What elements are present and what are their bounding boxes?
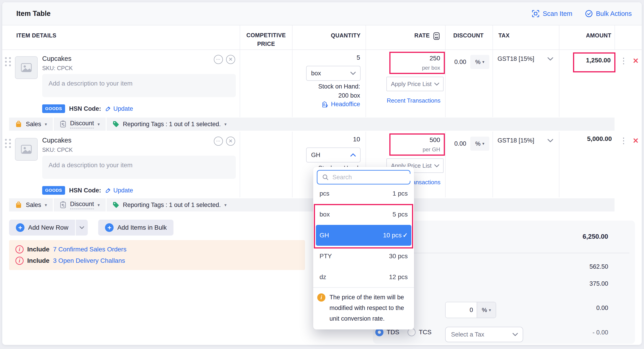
amount-value: 1,250.00 [586,57,611,71]
include-label: Include [27,257,50,264]
hsn-update-link[interactable]: Update [105,187,133,194]
include-sales-orders-notice: i Include 7 Confirmed Sales Orders [16,245,299,253]
calculator-icon[interactable] [433,32,440,40]
unit-option-conversion: 12 pcs [389,273,408,281]
scan-icon [532,10,540,18]
scan-item-label: Scan Item [543,10,572,18]
rate-cell: 250 per box Apply Price List Recent Tran… [366,50,445,117]
unit-option-dz[interactable]: dz 12 pcs [313,267,414,287]
column-rate-label: RATE [414,32,430,39]
add-new-row-caret-button[interactable] [75,220,88,235]
adjustment-input[interactable] [446,302,477,318]
dropdown-divider [313,287,414,288]
item-details-cell: Cupcakes SKU: CPCK ··· ✕ GOODS HSN Code:… [2,132,240,197]
summary-divider [378,253,630,253]
item-clear-icon[interactable]: ✕ [226,137,235,146]
sub-total-value: 6,250.00 [582,233,608,240]
unit-conversion-dropdown: pcs 1 pcs box 5 pcs GH 10 pcs ✓ PTY 30 p… [313,167,414,329]
row-menu-icon[interactable]: ⋮ [620,55,628,67]
sales-account-select[interactable]: Sales ▾ [9,198,53,211]
tcs-label: TCS [419,328,432,336]
unit-option-conversion: 1 pcs [392,190,408,197]
unit-option-pty[interactable]: PTY 30 pcs [313,246,414,267]
add-items-in-bulk-label: Add Items in Bulk [117,224,167,231]
unit-option-label: pcs [320,190,330,197]
adjustment-amount: 0.00 [596,304,608,311]
item-description-input[interactable] [42,74,236,97]
table-footer-actions: + Add New Row + Add Items in Bulk [9,220,174,235]
item-image-placeholder[interactable] [15,56,38,79]
search-icon [322,174,329,181]
rate-input[interactable]: 500 [430,136,440,144]
hsn-update-link[interactable]: Update [105,105,133,112]
unit-option-pcs[interactable]: pcs 1 pcs [313,183,414,204]
discount-tag-select[interactable]: Discount ▾ [54,198,106,211]
recent-transactions-link[interactable]: Recent Transactions [382,97,445,104]
warehouse-link[interactable]: Headoffice [322,101,360,108]
unit-option-gh-selected[interactable]: GH 10 pcs ✓ [316,225,411,246]
unit-select-open[interactable]: GH [306,148,360,162]
tax-select-value: GST18 [15%] [498,55,534,62]
item-more-icon[interactable]: ··· [214,55,223,64]
reporting-tags-select[interactable]: Reporting Tags : 1 out of 1 selected. ▾ [106,118,232,131]
row-delete-icon[interactable]: ✕ [633,57,639,65]
rate-input[interactable]: 250 [430,55,440,62]
apply-price-list-select[interactable]: Apply Price List [386,77,444,91]
open-delivery-challans-link[interactable]: 3 Open Delivery Challans [53,257,125,264]
discount-cell: 0.00 % ▾ [445,50,492,117]
adjustment-unit-select[interactable]: % ▾ [477,302,496,318]
check-circle-icon [585,10,593,18]
drag-handle-icon[interactable] [5,139,11,148]
discount-tag-select[interactable]: Discount ▾ [54,118,106,131]
rate-annotation-box: 250 per box [389,52,445,74]
item-clear-icon[interactable]: ✕ [226,55,235,64]
row-menu-icon[interactable]: ⋮ [620,135,628,147]
item-name[interactable]: Cupcakes [42,137,72,144]
drag-handle-icon[interactable] [5,57,11,66]
unit-option-label: box [320,211,330,218]
info-icon: i [16,257,24,265]
briefcase-icon [15,201,22,209]
item-image-placeholder[interactable] [15,138,38,161]
unit-option-label: GH [320,232,329,239]
item-row-icons: ··· ✕ [214,137,235,146]
competitive-price-cell [240,132,292,197]
quantity-value[interactable]: 5 [356,54,360,61]
select-a-tax-dropdown[interactable]: Select a Tax [445,327,523,342]
discount-unit-select[interactable]: % ▾ [470,137,489,151]
search-input[interactable] [332,174,413,181]
row-delete-icon[interactable]: ✕ [633,136,639,145]
competitive-price-cell [240,50,292,117]
pencil-icon [105,106,111,112]
percent-clipboard-icon [60,201,66,209]
item-name[interactable]: Cupcakes [42,55,72,62]
bulk-actions-button[interactable]: Bulk Actions [585,10,632,18]
item-more-icon[interactable]: ··· [214,137,223,146]
reporting-tags-select[interactable]: Reporting Tags : 1 out of 1 selected. ▾ [106,198,232,211]
unit-option-box[interactable]: box 5 pcs [313,204,414,225]
tax-select[interactable]: GST18 [15%] [498,137,554,144]
unit-select[interactable]: box [306,66,360,81]
chevron-down-icon [350,72,356,75]
caret-down-icon: ▾ [98,202,100,208]
tax-select[interactable]: GST18 [15%] [498,55,554,62]
caret-down-icon: ▾ [98,122,100,127]
discount-input[interactable]: 0.00 [454,140,466,147]
rate-annotation-box: 500 per GH [389,133,445,156]
adjustment-unit-value: % [482,306,487,314]
discount-unit-select[interactable]: % ▾ [470,55,489,69]
item-description-input[interactable] [42,156,236,179]
scan-item-button[interactable]: Scan Item [532,10,572,18]
unit-conversion-note-text: The price of the item will be modified w… [330,292,408,324]
row-tag-bar: Sales ▾ Discount ▾ Reportin [9,198,614,211]
sales-account-select[interactable]: Sales ▾ [9,118,53,131]
discount-input[interactable]: 0.00 [454,59,466,66]
caret-down-icon: ▾ [45,202,47,208]
plus-icon: + [16,223,24,232]
confirmed-sales-orders-link[interactable]: 7 Confirmed Sales Orders [53,246,126,253]
add-new-row-button[interactable]: + Add New Row [9,220,75,235]
add-items-in-bulk-button[interactable]: + Add Items in Bulk [98,220,174,235]
chevron-down-icon [79,226,84,229]
quantity-value[interactable]: 10 [353,136,360,143]
discount-tag-label: Discount [70,201,94,209]
